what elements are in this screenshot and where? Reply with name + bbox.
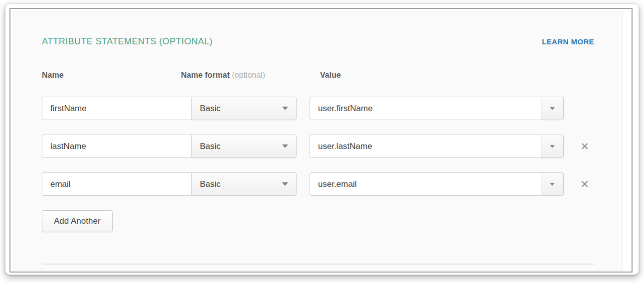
attribute-row: Basic ✕ bbox=[42, 135, 594, 158]
column-header-value: Value bbox=[320, 71, 341, 80]
column-header-name-format-label: Name format bbox=[181, 71, 230, 79]
value-combobox bbox=[310, 135, 564, 158]
value-combobox bbox=[310, 172, 564, 196]
chevron-down-icon bbox=[282, 107, 288, 110]
value-dropdown-button[interactable] bbox=[541, 97, 564, 120]
remove-row-button[interactable]: ✕ bbox=[577, 176, 593, 192]
column-header-name: Name bbox=[42, 71, 181, 80]
attribute-statements-panel: ATTRIBUTE STATEMENTS (OPTIONAL) LEARN MO… bbox=[13, 11, 623, 271]
attribute-value-input[interactable] bbox=[310, 97, 541, 120]
attribute-name-input[interactable] bbox=[42, 172, 191, 196]
column-header-optional-qualifier: (optional) bbox=[232, 71, 265, 79]
name-format-select[interactable]: Basic bbox=[191, 135, 297, 158]
attribute-rows: Basic Basic bbox=[42, 97, 594, 196]
attribute-value-input[interactable] bbox=[310, 135, 541, 158]
value-combobox bbox=[310, 97, 564, 120]
attribute-row: Basic bbox=[42, 97, 594, 120]
column-header-name-format: Name format (optional) bbox=[181, 71, 320, 80]
chevron-down-icon bbox=[550, 183, 555, 186]
chevron-down-icon bbox=[550, 145, 555, 148]
name-format-select[interactable]: Basic bbox=[191, 97, 297, 120]
section-header: ATTRIBUTE STATEMENTS (OPTIONAL) LEARN MO… bbox=[42, 36, 594, 47]
attribute-statements-card: ATTRIBUTE STATEMENTS (OPTIONAL) LEARN MO… bbox=[9, 8, 633, 273]
add-another-button[interactable]: Add Another bbox=[42, 210, 113, 232]
name-format-select[interactable]: Basic bbox=[191, 172, 297, 196]
attribute-name-input[interactable] bbox=[42, 135, 191, 158]
attribute-row: Basic ✕ bbox=[42, 172, 594, 196]
attribute-name-input[interactable] bbox=[42, 97, 191, 120]
column-headers: Name Name format (optional) Value bbox=[42, 71, 594, 80]
name-format-selected-value: Basic bbox=[200, 142, 221, 151]
chevron-down-icon bbox=[282, 144, 288, 148]
name-format-selected-value: Basic bbox=[200, 179, 221, 189]
remove-row-button[interactable]: ✕ bbox=[577, 139, 593, 154]
value-dropdown-button[interactable] bbox=[541, 172, 564, 196]
name-format-selected-value: Basic bbox=[200, 104, 221, 114]
attribute-value-input[interactable] bbox=[310, 172, 541, 196]
section-divider bbox=[42, 264, 594, 265]
section-title: ATTRIBUTE STATEMENTS (OPTIONAL) bbox=[42, 36, 212, 47]
value-dropdown-button[interactable] bbox=[541, 135, 564, 158]
chevron-down-icon bbox=[550, 107, 555, 110]
learn-more-link[interactable]: LEARN MORE bbox=[542, 37, 594, 46]
screenshot-window: ATTRIBUTE STATEMENTS (OPTIONAL) LEARN MO… bbox=[5, 3, 639, 275]
chevron-down-icon bbox=[282, 182, 288, 186]
